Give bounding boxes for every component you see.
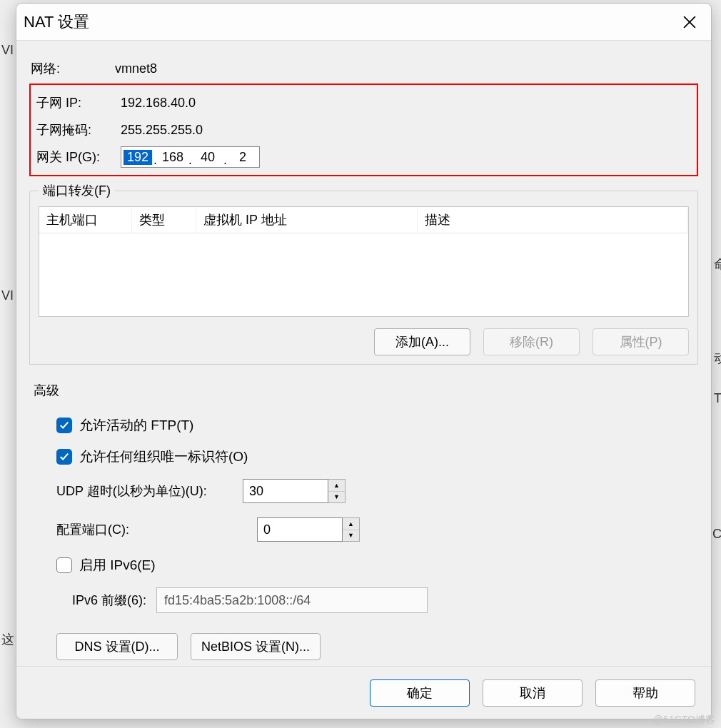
ftp-active-checkbox[interactable] [56,418,72,433]
gateway-octet-4[interactable]: 2 [228,150,257,165]
netbios-settings-button[interactable]: NetBIOS 设置(N)... [191,633,321,660]
dns-settings-button[interactable]: DNS 设置(D)... [56,633,178,660]
spin-down-icon[interactable]: ▼ [328,492,345,503]
gateway-octet-2[interactable]: 168 [158,150,187,165]
port-forward-legend: 端口转发(F) [39,182,115,199]
gateway-octet-1[interactable]: 192 [123,150,152,165]
config-port-spinner[interactable]: ▲ ▼ [257,517,360,542]
subnet-mask-value: 255.255.255.0 [121,123,203,138]
gateway-octet-3[interactable]: 40 [193,150,222,165]
dialog-footer: 确定 取消 帮助 [16,666,711,719]
subnet-mask-row: 子网掩码: 255.255.255.0 [36,116,691,143]
bg-text: 这 [1,631,14,648]
subnet-ip-label: 子网 IP: [36,94,121,111]
udp-timeout-input[interactable] [243,479,328,503]
help-button[interactable]: 帮助 [595,679,695,707]
add-button[interactable]: 添加(A)... [374,328,470,355]
config-port-input[interactable] [257,517,343,542]
ftp-active-label: 允许活动的 FTP(T) [79,416,193,435]
udp-timeout-label: UDP 超时(以秒为单位)(U): [56,482,231,500]
network-row: 网络: vmnet8 [31,55,698,82]
spin-down-icon[interactable]: ▼ [343,530,359,542]
org-id-checkbox[interactable] [56,449,72,465]
bg-text: VI [1,288,14,303]
network-label: 网络: [31,60,115,77]
advanced-section: 高级 允许活动的 FTP(T) 允许任何组织唯一标识符(O) UDP 超时(以秒… [29,382,698,660]
spin-up-icon[interactable]: ▲ [343,518,359,530]
ipv6-prefix-row: IPv6 前缀(6): [72,587,694,613]
ipv6-prefix-input[interactable] [156,587,428,613]
check-icon [59,420,69,430]
bg-text: T [714,391,721,406]
col-host-port[interactable]: 主机端口 [39,207,132,233]
close-button[interactable] [678,11,701,34]
check-icon [59,452,69,462]
col-vm-ip[interactable]: 虚拟机 IP 地址 [196,207,418,233]
remove-button[interactable]: 移除(R) [483,328,580,355]
bg-text: 动 [714,350,721,367]
col-desc[interactable]: 描述 [418,207,688,233]
properties-button[interactable]: 属性(P) [593,328,689,355]
subnet-mask-label: 子网掩码: [36,121,121,138]
gateway-label: 网关 IP(G): [36,148,121,166]
port-forward-table[interactable]: 主机端口 类型 虚拟机 IP 地址 描述 [39,206,689,317]
ok-button[interactable]: 确定 [370,679,470,707]
spin-up-icon[interactable]: ▲ [328,480,345,492]
enable-ipv6-row[interactable]: 启用 IPv6(E) [56,556,694,575]
highlight-box: 子网 IP: 192.168.40.0 子网掩码: 255.255.255.0 … [29,84,698,176]
enable-ipv6-checkbox[interactable] [56,557,72,573]
gateway-ip-input[interactable]: 192 . 168 . 40 . 2 [121,146,260,168]
bg-text: 命 [714,256,721,273]
watermark: @51CTO博客 [653,714,715,727]
config-port-label: 配置端口(C): [56,521,231,538]
udp-timeout-row: UDP 超时(以秒为单位)(U): ▲ ▼ [56,479,694,503]
dialog-content: 网络: vmnet8 子网 IP: 192.168.40.0 子网掩码: 255… [16,41,711,666]
cancel-button[interactable]: 取消 [483,679,583,707]
enable-ipv6-label: 启用 IPv6(E) [79,556,156,575]
advanced-buttons: DNS 设置(D)... NetBIOS 设置(N)... [56,633,694,660]
col-type[interactable]: 类型 [132,207,196,233]
close-icon [683,16,696,29]
bg-text: VI [1,43,14,58]
dialog-titlebar: NAT 设置 [16,4,711,41]
ftp-active-row[interactable]: 允许活动的 FTP(T) [56,416,694,435]
gateway-row: 网关 IP(G): 192 . 168 . 40 . 2 [36,143,691,171]
table-header: 主机端口 类型 虚拟机 IP 地址 描述 [39,207,688,233]
org-id-row[interactable]: 允许任何组织唯一标识符(O) [56,448,694,466]
udp-timeout-spinner[interactable]: ▲ ▼ [243,479,346,503]
network-value: vmnet8 [115,61,157,76]
bg-text: CI [712,527,721,542]
advanced-title: 高级 [34,382,694,399]
config-port-row: 配置端口(C): ▲ ▼ [56,517,694,542]
port-forward-buttons: 添加(A)... 移除(R) 属性(P) [39,328,689,355]
subnet-ip-row: 子网 IP: 192.168.40.0 [36,89,691,116]
port-forward-group: 端口转发(F) 主机端口 类型 虚拟机 IP 地址 描述 添加(A)... 移除… [29,182,698,365]
subnet-ip-value: 192.168.40.0 [121,96,196,111]
ipv6-prefix-label: IPv6 前缀(6): [72,592,146,609]
nat-settings-dialog: NAT 设置 网络: vmnet8 子网 IP: 192.168.40.0 子网… [16,3,712,719]
org-id-label: 允许任何组织唯一标识符(O) [79,448,248,466]
dialog-title: NAT 设置 [24,11,89,33]
